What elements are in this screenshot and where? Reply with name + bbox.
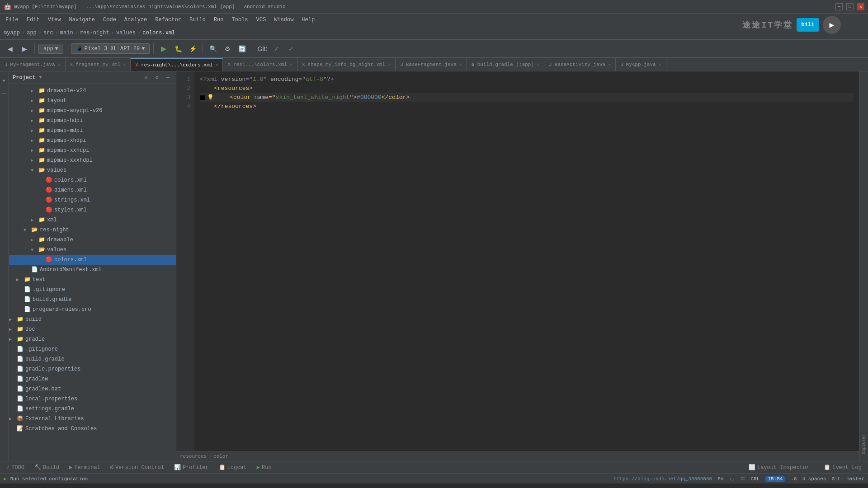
spaces-label[interactable]: 4 spaces [802, 476, 826, 482]
tab-build-gradle[interactable]: G build.gradle (:app) ✕ [467, 58, 544, 71]
git-branch-label[interactable]: Git: master [831, 476, 864, 482]
tree-gitignore-app[interactable]: 📄 .gitignore [9, 285, 176, 295]
bottom-tab-terminal[interactable]: ▶ Terminal [65, 462, 105, 474]
bottom-tab-todo[interactable]: ✓ TODO [2, 462, 29, 474]
tree-doc[interactable]: ▶ 📁 doc [9, 324, 176, 334]
menu-help[interactable]: Help [298, 15, 318, 24]
tree-build[interactable]: ▶ 📁 build [9, 314, 176, 324]
tree-mipmap-xxhdpi[interactable]: ▶ 📁 mipmap-xxhdpi [9, 145, 176, 155]
git-label[interactable]: Git: [256, 42, 269, 55]
settings-button[interactable]: ⚙ [221, 42, 234, 55]
back-button[interactable]: ◀ [4, 42, 16, 55]
tree-gradlew-bat[interactable]: 📄 gradlew.bat [9, 384, 176, 394]
tree-gradle-properties[interactable]: 📄 gradle.properties [9, 364, 176, 374]
tree-xml[interactable]: ▶ 📁 xml [9, 215, 176, 225]
tree-res-night[interactable]: ▼ 📂 res-night [9, 225, 176, 235]
breadcrumb-values[interactable]: values [116, 30, 136, 36]
menu-navigate[interactable]: Navigate [65, 15, 99, 24]
tree-colors-xml-res[interactable]: 🔴 colors.xml [9, 175, 176, 185]
tree-strings-xml[interactable]: 🔴 strings.xml [9, 195, 176, 205]
code-area[interactable]: <?xml version="1.0" encoding="utf-8"?> <… [194, 71, 859, 451]
tree-drawable-night[interactable]: ▶ 📁 drawable [9, 235, 176, 245]
tree-android-manifest[interactable]: 📄 AndroidManifest.xml [9, 265, 176, 275]
tree-proguard[interactable]: 📄 proguard-rules.pro [9, 305, 176, 314]
vertical-tab-structure[interactable]: ◀ [1, 75, 8, 87]
tree-build-gradle-app[interactable]: 📄 build.gradle [9, 295, 176, 305]
tree-mipmap-anydpi[interactable]: ▶ 📁 mipmap-anydpi-v26 [9, 106, 176, 116]
sidebar-sync-icon[interactable]: ⊙ [142, 73, 151, 82]
debug-button[interactable]: 🐛 [172, 42, 184, 55]
close-button[interactable]: ✕ [857, 3, 864, 10]
tab-myfragment[interactable]: J MyFragment.java ✕ [0, 58, 66, 71]
bottom-tab-version-control[interactable]: ⑆ Version Control [106, 462, 169, 474]
breadcrumb-app[interactable]: app [27, 30, 37, 36]
profile-button[interactable]: ⚡ [186, 42, 199, 55]
run-button[interactable]: ▶ [157, 42, 170, 55]
tree-values[interactable]: ▼ 📂 values [9, 165, 176, 175]
menu-edit[interactable]: Edit [23, 15, 43, 24]
tab-baseactivity-close[interactable]: ✕ [608, 62, 611, 67]
menu-run[interactable]: Run [210, 15, 227, 24]
tree-gradlew[interactable]: 📄 gradlew [9, 374, 176, 384]
bread-resources[interactable]: resources [180, 454, 207, 459]
menu-build[interactable]: Build [186, 15, 209, 24]
tree-gitignore-root[interactable]: 📄 .gitignore [9, 344, 176, 354]
tab-fragment-my-close[interactable]: ✕ [123, 62, 126, 67]
tab-shape[interactable]: X shape_my_info_bg_night.xml ✕ [297, 58, 396, 71]
bottom-tab-run[interactable]: ▶ Run [252, 462, 276, 474]
breadcrumb-res-night[interactable]: res-night [80, 30, 109, 36]
tab-basefragment[interactable]: J BaseFragment.java ✕ [396, 58, 467, 71]
menu-tools[interactable]: Tools [228, 15, 252, 24]
tab-fragment-my[interactable]: X fragment_my.xml ✕ [66, 58, 131, 71]
tree-mipmap-hdpi[interactable]: ▶ 📁 mipmap-hdpi [9, 116, 176, 126]
tab-colors-res[interactable]: X res\...\colors.xml ✕ [223, 58, 297, 71]
tree-external-libraries[interactable]: ▶ 📦 External Libraries [9, 414, 176, 424]
breadcrumb-myapp[interactable]: myapp [4, 30, 20, 36]
tab-shape-close[interactable]: ✕ [388, 62, 391, 67]
tab-colors-res-close[interactable]: ✕ [290, 62, 292, 67]
maximize-button[interactable]: □ [846, 3, 854, 10]
tree-layout[interactable]: ▶ 📁 layout [9, 96, 176, 106]
app-dropdown[interactable]: app ▼ [38, 44, 63, 54]
tree-settings-gradle[interactable]: 📄 settings.gradle [9, 404, 176, 414]
device-dropdown[interactable]: 📱 Pixel 3 XL API 29 ▼ [71, 43, 150, 54]
time-badge[interactable]: 15:54 [765, 476, 785, 482]
bread-color[interactable]: color [213, 454, 228, 459]
tree-values-night[interactable]: ▼ 📂 values [9, 245, 176, 255]
tree-colors-xml-night[interactable]: 🔴 colors.xml [9, 255, 176, 265]
bottom-tab-event-log[interactable]: 📋 Event Log [819, 462, 866, 474]
menu-analyze[interactable]: Analyze [121, 15, 151, 24]
tree-mipmap-xhdpi[interactable]: ▶ 📁 mipmap-xhdpi [9, 136, 176, 145]
bottom-tab-logcat[interactable]: 📋 Logcat [214, 462, 251, 474]
tree-build-gradle-root[interactable]: 📄 build.gradle [9, 354, 176, 364]
tab-myfragment-close[interactable]: ✕ [58, 62, 61, 67]
tab-myapp[interactable]: J MyApp.java ✕ [616, 58, 666, 71]
menu-view[interactable]: View [44, 15, 65, 24]
tab-baseactivity[interactable]: J BaseActivity.java ✕ [544, 58, 616, 71]
tree-scratches[interactable]: 📝 Scratches and Consoles [9, 424, 176, 434]
forward-button[interactable]: ▶ [18, 42, 31, 55]
tree-styles-xml[interactable]: 🔴 styles.xml [9, 205, 176, 215]
breadcrumb-main[interactable]: main [60, 30, 73, 36]
sidebar-minus-icon[interactable]: — [163, 73, 172, 82]
menu-refactor[interactable]: Refactor [151, 15, 185, 24]
tree-gradle[interactable]: ▶ 📁 gradle [9, 334, 176, 344]
tree-dimens-xml[interactable]: 🔴 dimens.xml [9, 185, 176, 195]
menu-code[interactable]: Code [99, 15, 120, 24]
sync-button[interactable]: 🔄 [236, 42, 248, 55]
bottom-tab-profiler[interactable]: 📊 Profiler [170, 462, 213, 474]
tree-mipmap-xxxhdpi[interactable]: ▶ 📁 mipmap-xxxhdpi [9, 155, 176, 165]
bottom-tab-layout-inspector[interactable]: ⬜ Layout Inspector [744, 462, 814, 474]
tab-basefragment-close[interactable]: ✕ [459, 62, 462, 67]
minimize-button[interactable]: — [835, 3, 843, 10]
tab-build-gradle-close[interactable]: ✕ [537, 62, 539, 67]
search-button[interactable]: 🔍 [207, 42, 219, 55]
breadcrumb-colors-xml[interactable]: colors.xml [142, 30, 175, 36]
bottom-tab-build[interactable]: 🔨 Build [30, 462, 64, 474]
menu-file[interactable]: File [2, 15, 22, 24]
tab-colors-night-close[interactable]: ✕ [215, 62, 218, 68]
tree-drawable-v24[interactable]: ▶ 📁 drawable-v24 [9, 86, 176, 96]
tree-mipmap-mdpi[interactable]: ▶ 📁 mipmap-mdpi [9, 126, 176, 136]
tab-myapp-close[interactable]: ✕ [659, 62, 661, 67]
tree-local-properties[interactable]: 📄 local.properties [9, 394, 176, 404]
